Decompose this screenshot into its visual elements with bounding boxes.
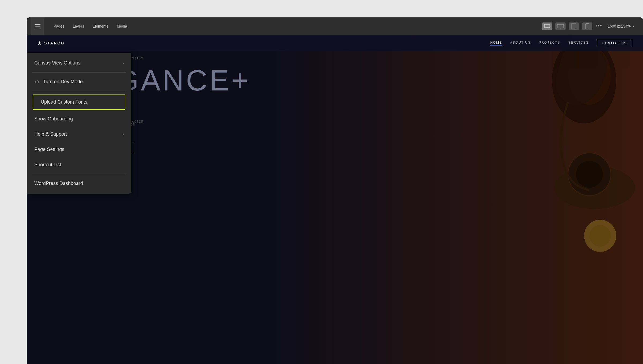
zoom-chevron-icon[interactable]: ▾ — [633, 24, 634, 28]
menu-item-wordpress-dashboard-label: WordPress Dashboard — [34, 181, 83, 186]
topbar-center: ••• 1600 px — [542, 22, 621, 30]
menu-separator-3 — [32, 174, 126, 174]
menu-item-canvas-view-options[interactable]: Canvas View Options › — [27, 55, 131, 71]
menu-item-wordpress-dashboard[interactable]: WordPress Dashboard — [27, 176, 131, 191]
chevron-right-icon: › — [122, 61, 124, 65]
nav-tabs: Pages Layers Elements Media — [44, 22, 542, 31]
device-mobile-btn[interactable] — [582, 22, 592, 30]
site-nav-home[interactable]: HOME — [490, 41, 502, 46]
site-nav-links: HOME ABOUT US PROJECTS SERVICES — [490, 41, 589, 46]
menu-item-dev-mode[interactable]: </> Turn on Dev Mode — [27, 74, 131, 89]
dropdown-menu: Canvas View Options › </> Turn on Dev Mo… — [27, 53, 131, 194]
tab-media[interactable]: Media — [113, 22, 131, 31]
menu-item-help-support[interactable]: Help & Support › — [27, 127, 131, 142]
device-tablet-btn[interactable] — [569, 22, 579, 30]
topbar-right: 134% ▾ — [621, 24, 639, 28]
menu-item-dev-mode-label: Turn on Dev Mode — [43, 79, 83, 85]
svg-point-14 — [576, 161, 603, 188]
topbar: Pages Layers Elements Media — [27, 17, 643, 35]
zoom-level: 134% — [621, 24, 631, 28]
canvas-width-display: 1600 px — [608, 24, 621, 28]
chevron-right-help-icon: › — [122, 132, 124, 136]
menu-item-upload-fonts-label: Upload Custom Fonts — [41, 99, 87, 105]
site-logo: ★ STARCO — [38, 41, 65, 46]
menu-separator-2 — [32, 91, 126, 91]
dev-mode-content: </> Turn on Dev Mode — [34, 79, 83, 85]
menu-item-show-onboarding-label: Show Onboarding — [34, 116, 73, 122]
menu-item-canvas-view-label: Canvas View Options — [34, 60, 80, 66]
menu-item-page-settings[interactable]: Page Settings — [27, 142, 131, 157]
menu-item-show-onboarding[interactable]: Show Onboarding — [27, 111, 131, 127]
star-icon: ★ — [38, 41, 42, 46]
menu-item-shortcut-list[interactable]: Shortcut List — [27, 157, 131, 172]
main-area: ★ STARCO HOME ABOUT US PROJECTS SERVICES… — [27, 35, 643, 364]
device-tablet-landscape-btn[interactable] — [555, 22, 566, 30]
menu-item-upload-fonts-wrapper: Upload Custom Fonts — [27, 93, 131, 111]
tab-pages[interactable]: Pages — [50, 22, 68, 31]
svg-point-8 — [587, 28, 588, 28]
site-nav-projects[interactable]: PROJECTS — [539, 41, 560, 46]
svg-rect-0 — [544, 24, 550, 28]
dev-mode-code-icon: </> — [34, 80, 40, 84]
device-desktop-btn[interactable] — [542, 22, 552, 30]
menu-separator-1 — [32, 72, 126, 73]
menu-item-page-settings-label: Page Settings — [34, 147, 64, 152]
contact-button[interactable]: CONTACT US — [597, 39, 633, 47]
phone-illustration — [509, 35, 643, 268]
menu-item-upload-fonts[interactable]: Upload Custom Fonts — [33, 94, 125, 110]
svg-point-16 — [589, 225, 611, 247]
tab-elements[interactable]: Elements — [89, 22, 112, 31]
more-options-button[interactable]: ••• — [596, 23, 602, 29]
hamburger-icon — [35, 24, 40, 28]
menu-item-shortcut-list-label: Shortcut List — [34, 162, 61, 168]
site-navbar: ★ STARCO HOME ABOUT US PROJECTS SERVICES… — [27, 35, 643, 51]
app-window: Pages Layers Elements Media — [27, 17, 643, 364]
menu-button[interactable] — [31, 17, 44, 35]
site-nav-services[interactable]: SERVICES — [568, 41, 589, 46]
svg-point-4 — [560, 28, 561, 28]
svg-rect-3 — [557, 24, 564, 28]
menu-item-help-support-label: Help & Support — [34, 131, 67, 137]
svg-point-6 — [574, 28, 574, 29]
tab-layers[interactable]: Layers — [69, 22, 88, 31]
site-logo-text: STARCO — [44, 41, 65, 45]
site-nav-about[interactable]: ABOUT US — [510, 41, 531, 46]
